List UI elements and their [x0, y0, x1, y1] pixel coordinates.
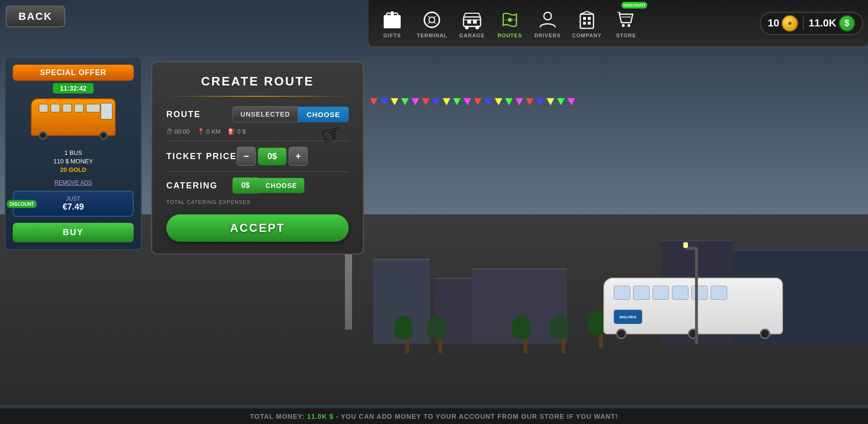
svg-point-9 [475, 25, 479, 29]
nav-label-terminal: TERMINAL [417, 33, 447, 38]
store-discount-badge: DISCOUNT [621, 2, 647, 8]
svg-rect-14 [588, 17, 591, 20]
bus-wheel [760, 329, 770, 339]
offer-timer: 11:32:42 [53, 83, 94, 93]
coins-display: 10 ● [768, 15, 798, 32]
route-controls: UNSELECTED CHOOSE [232, 106, 349, 122]
special-offer-badge: SPECIAL OFFER [13, 65, 134, 81]
nav-item-gifts[interactable]: GIFTS [373, 6, 411, 41]
ticket-price-display: 0$ [258, 148, 286, 165]
statusbar-money: 11.0K $ [307, 413, 334, 420]
svg-point-17 [622, 24, 625, 27]
ticket-price-minus-button[interactable]: − [237, 147, 256, 166]
gift-icon [380, 8, 404, 32]
route-distance: 0 KM [206, 128, 221, 135]
bus-window [672, 286, 688, 300]
nav-item-company[interactable]: COMPANY [567, 6, 607, 41]
svg-rect-6 [467, 20, 471, 24]
dialog-title: CREATE ROUTE [166, 74, 349, 89]
nav-label-store: STORE [616, 33, 636, 38]
ticket-price-plus-button[interactable]: + [289, 147, 308, 166]
accept-button[interactable]: ACCEPT [166, 214, 349, 242]
bus-wheel [616, 329, 627, 339]
route-distance-info: 📍 0 KM [197, 128, 221, 135]
bus-window [691, 286, 708, 300]
tree [520, 315, 531, 353]
special-offer-panel: SPECIAL OFFER 11:32:42 1 BUS 110 $ MONEY… [5, 57, 142, 250]
bus-count: 1 BUS [13, 149, 134, 156]
bus-wheel [39, 131, 47, 140]
route-cost-info: ⛽ 0 $ [228, 128, 246, 135]
money-display: 11.0K $ [808, 15, 855, 32]
route-time: 00:00 [174, 128, 190, 135]
svg-point-8 [465, 25, 469, 29]
catering-total-label: TOTAL CATERING EXPENSES [166, 199, 349, 205]
drivers-icon [536, 8, 559, 32]
currency-divider [803, 16, 804, 30]
svg-rect-7 [473, 20, 477, 24]
store-icon [614, 8, 638, 32]
catering-controls: 0$ CHOOSE [232, 178, 349, 194]
back-button[interactable]: BACK [6, 6, 65, 27]
bus-window [711, 286, 727, 300]
money-line: 110 $ MONEY [13, 158, 134, 165]
nav-item-terminal[interactable]: TERMINAL [411, 6, 453, 41]
tree [435, 315, 446, 353]
status-bar: TOTAL MONEY: 11.0K $ - YOU CAN ADD MONEY… [0, 407, 868, 424]
street-lamp-pole [695, 249, 698, 344]
offer-stats: 1 BUS 110 $ MONEY 20 GOLD [13, 148, 134, 175]
nav-item-routes[interactable]: ROUTES [491, 6, 529, 41]
svg-rect-12 [580, 14, 593, 28]
bus-window [74, 104, 84, 112]
bus-window-row [39, 104, 110, 112]
svg-point-11 [544, 12, 551, 20]
remove-ads-link[interactable]: REMOVE ADS [54, 179, 92, 186]
bus-wheels [39, 131, 108, 140]
background-bus: MALVIDA [603, 278, 783, 344]
route-label: ROUTE [166, 110, 232, 119]
street-lamp-light [683, 242, 688, 248]
clock-icon: ⏱ [166, 128, 172, 135]
nav-label-company: COMPANY [572, 33, 602, 38]
side-discount-badge: DISCOUNT [7, 200, 37, 208]
svg-rect-15 [583, 22, 586, 25]
navigation-bar: GIFTS TERMINAL GARAGE [369, 0, 868, 47]
bus-logo: MALVIDA [614, 310, 642, 324]
route-time-info: ⏱ 00:00 [166, 128, 190, 135]
route-choose-button[interactable]: CHOOSE [298, 107, 349, 122]
bus-illustration [31, 98, 116, 136]
bus-window [86, 104, 100, 112]
svg-point-3 [424, 12, 439, 27]
create-route-dialog: CREATE ROUTE ROUTE UNSELECTED CHOOSE ⏱ 0… [151, 61, 364, 254]
section-divider-1 [166, 141, 349, 141]
nav-label-routes: ROUTES [498, 33, 522, 38]
coin-icon: ● [782, 15, 798, 32]
catering-choose-button[interactable]: CHOOSE [258, 178, 304, 193]
route-info-row: ⏱ 00:00 📍 0 KM ⛽ 0 $ [166, 128, 349, 135]
catering-label: CATERING [166, 181, 232, 191]
nav-item-garage[interactable]: GARAGE [453, 6, 491, 41]
svg-rect-16 [588, 22, 591, 25]
nav-item-store[interactable]: DISCOUNT STORE [607, 6, 645, 41]
svg-rect-5 [464, 17, 481, 26]
nav-item-drivers[interactable]: DRIVERS [529, 6, 567, 41]
terminal-icon [420, 8, 444, 32]
bunting-decoration [369, 94, 679, 109]
statusbar-label: TOTAL MONEY: [250, 413, 307, 420]
bus-window [62, 104, 72, 112]
gold-line: 20 GOLD [13, 166, 134, 173]
catering-section: CATERING 0$ CHOOSE [166, 178, 349, 194]
ticket-price-section: TICKET PRICE − 0$ + [166, 147, 349, 166]
bus-wheels [616, 329, 770, 339]
bus-windows [614, 286, 775, 300]
nav-label-drivers: DRIVERS [534, 33, 561, 38]
route-unselected-field: UNSELECTED [232, 106, 298, 122]
bus-body: MALVIDA [603, 278, 783, 334]
buy-button[interactable]: BUY [13, 223, 134, 242]
bus-window [51, 104, 60, 112]
tree [558, 315, 569, 353]
fuel-icon: ⛽ [228, 128, 235, 135]
bus-window [653, 286, 669, 300]
catering-price-display: 0$ [232, 178, 258, 194]
nav-label-garage: GARAGE [459, 33, 485, 38]
